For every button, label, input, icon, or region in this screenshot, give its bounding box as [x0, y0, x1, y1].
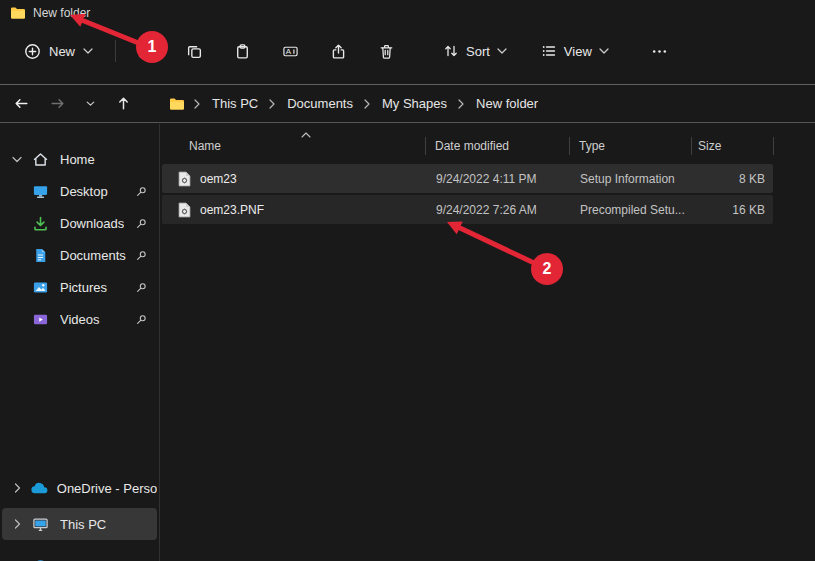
copy-icon — [186, 43, 203, 60]
file-size-cell: 8 KB — [691, 172, 773, 186]
delete-button[interactable] — [368, 34, 404, 68]
view-button-label: View — [564, 44, 592, 59]
onedrive-cloud-icon — [30, 482, 49, 494]
sidebar-item-label: OneDrive - Personal — [57, 481, 157, 496]
navigation-bar: This PC Documents My Shapes New folder — [0, 84, 815, 123]
breadcrumb: This PC Documents My Shapes New folder — [169, 93, 540, 114]
breadcrumb-chevron-icon[interactable] — [194, 99, 201, 109]
chevron-down-icon — [497, 48, 507, 54]
view-button[interactable]: View — [532, 36, 618, 66]
desktop-icon — [32, 183, 52, 200]
up-button[interactable] — [107, 88, 139, 120]
file-row-oem23-pnf[interactable]: oem23.PNF 9/24/2022 7:26 AM Precompiled … — [162, 195, 773, 224]
forward-button[interactable] — [41, 88, 73, 120]
file-list-pane: Name Date modified Type Size oem23 9/24/… — [160, 124, 815, 561]
annotation-badge-1: 1 — [136, 31, 168, 63]
sidebar-item-label: Documents — [60, 248, 126, 263]
file-type-cell: Setup Information — [569, 172, 691, 186]
column-header-name[interactable]: Name — [160, 139, 425, 153]
breadcrumb-chevron-icon[interactable] — [269, 99, 276, 109]
new-button-label: New — [49, 44, 75, 59]
rename-button[interactable]: A — [272, 34, 308, 68]
navigation-pane: Home Desktop Downloads Documents Picture… — [0, 124, 160, 561]
sidebar-item-label: This PC — [60, 517, 106, 532]
breadcrumb-item-this-pc[interactable]: This PC — [210, 93, 260, 114]
breadcrumb-chevron-icon[interactable] — [364, 99, 371, 109]
breadcrumb-item-new-folder[interactable]: New folder — [474, 93, 540, 114]
file-name-cell: oem23.PNF — [200, 203, 425, 217]
pin-icon — [135, 217, 148, 230]
arrows-up-down-icon — [443, 43, 459, 59]
sidebar-item-documents[interactable]: Documents — [2, 239, 157, 271]
chevron-right-icon[interactable] — [11, 518, 26, 530]
chevron-down-icon[interactable] — [11, 153, 26, 165]
pictures-icon — [32, 279, 52, 296]
annotation-badge-2: 2 — [531, 253, 563, 285]
pin-icon — [135, 185, 148, 198]
sidebar-item-label: Desktop — [60, 184, 108, 199]
pin-icon — [135, 249, 148, 262]
rename-icon: A — [282, 43, 299, 60]
command-bar: New A Sort View — [0, 26, 815, 76]
recent-locations-button[interactable] — [77, 88, 103, 120]
file-name-cell: oem23 — [200, 172, 425, 186]
chevron-right-icon[interactable] — [11, 482, 24, 494]
trash-icon — [378, 43, 395, 60]
plus-circle-icon — [24, 43, 41, 60]
sidebar-item-label: Pictures — [60, 280, 107, 295]
sidebar-item-label: Videos — [60, 312, 100, 327]
breadcrumb-item-my-shapes[interactable]: My Shapes — [380, 93, 449, 114]
sidebar-item-this-pc[interactable]: This PC — [2, 508, 157, 540]
pin-icon — [135, 313, 148, 326]
svg-text:A: A — [285, 47, 291, 56]
more-button[interactable] — [642, 34, 678, 68]
breadcrumb-item-documents[interactable]: Documents — [285, 93, 355, 114]
sidebar-item-onedrive[interactable]: OneDrive - Personal — [2, 472, 157, 504]
clipboard-icon — [234, 43, 251, 60]
sidebar-item-videos[interactable]: Videos — [2, 303, 157, 335]
chevron-down-icon — [599, 48, 609, 54]
file-date-cell: 9/24/2022 7:26 AM — [425, 203, 569, 217]
sidebar-item-label: Downloads — [60, 216, 124, 231]
breadcrumb-chevron-icon[interactable] — [458, 99, 465, 109]
content-area: Home Desktop Downloads Documents Picture… — [0, 124, 815, 561]
this-pc-icon — [32, 516, 52, 533]
sidebar-item-home[interactable]: Home — [2, 143, 157, 175]
arrow-left-icon — [13, 95, 30, 112]
file-type-cell: Precompiled Setu... — [569, 203, 691, 217]
sidebar-item-pictures[interactable]: Pictures — [2, 271, 157, 303]
sidebar-item-partial[interactable] — [2, 550, 157, 561]
folder-icon — [169, 97, 185, 111]
sort-button-label: Sort — [466, 44, 490, 59]
new-button[interactable]: New — [14, 36, 103, 67]
share-icon — [330, 43, 347, 60]
arrow-up-icon — [115, 95, 132, 112]
sidebar-item-desktop[interactable]: Desktop — [2, 175, 157, 207]
column-header-date-modified[interactable]: Date modified — [426, 139, 569, 153]
file-size-cell: 16 KB — [691, 203, 773, 217]
chevron-down-icon — [83, 48, 93, 54]
paste-button[interactable] — [224, 34, 260, 68]
sidebar-item-label: Home — [60, 152, 95, 167]
column-header-size[interactable]: Size — [692, 139, 773, 153]
sort-ascending-icon — [301, 127, 311, 141]
column-headers: Name Date modified Type Size — [160, 131, 815, 161]
share-button[interactable] — [320, 34, 356, 68]
copy-button[interactable] — [176, 34, 212, 68]
sort-button[interactable]: Sort — [434, 36, 516, 66]
file-date-cell: 9/24/2022 4:11 PM — [425, 172, 569, 186]
window-titlebar: New folder — [0, 0, 815, 26]
column-divider[interactable] — [773, 137, 774, 155]
column-header-type[interactable]: Type — [570, 139, 691, 153]
pin-icon — [135, 281, 148, 294]
toolbar-divider — [115, 40, 116, 62]
arrow-right-icon — [49, 95, 66, 112]
home-icon — [32, 151, 52, 168]
window-title: New folder — [33, 6, 90, 20]
back-button[interactable] — [5, 88, 37, 120]
network-icon — [32, 558, 52, 561]
list-icon — [541, 43, 557, 59]
videos-icon — [32, 311, 52, 328]
file-row-oem23[interactable]: oem23 9/24/2022 4:11 PM Setup Informatio… — [162, 164, 773, 193]
sidebar-item-downloads[interactable]: Downloads — [2, 207, 157, 239]
